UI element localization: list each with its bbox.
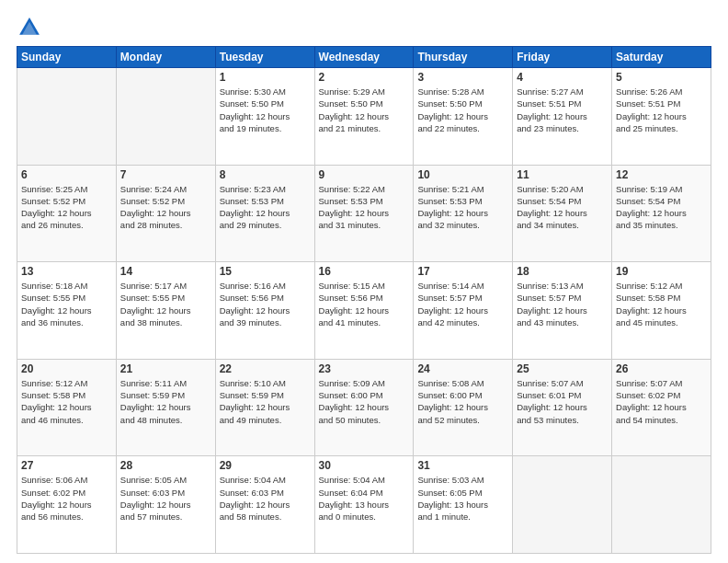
day-info: Sunrise: 5:16 AM Sunset: 5:56 PM Dayligh… <box>220 280 311 328</box>
calendar-cell: 15Sunrise: 5:16 AM Sunset: 5:56 PM Dayli… <box>215 262 314 360</box>
day-number: 25 <box>517 362 608 375</box>
day-number: 15 <box>220 265 311 278</box>
day-number: 14 <box>120 265 211 278</box>
day-info: Sunrise: 5:18 AM Sunset: 5:55 PM Dayligh… <box>21 280 112 328</box>
day-info: Sunrise: 5:04 AM Sunset: 6:03 PM Dayligh… <box>220 474 311 523</box>
calendar-cell: 13Sunrise: 5:18 AM Sunset: 5:55 PM Dayli… <box>17 262 117 360</box>
day-number: 22 <box>220 362 311 375</box>
calendar-cell: 10Sunrise: 5:21 AM Sunset: 5:53 PM Dayli… <box>414 165 513 262</box>
day-info: Sunrise: 5:26 AM Sunset: 5:51 PM Dayligh… <box>616 86 707 134</box>
weekday-header: Friday <box>513 47 612 68</box>
calendar-cell: 28Sunrise: 5:05 AM Sunset: 6:03 PM Dayli… <box>116 456 215 554</box>
calendar-cell: 31Sunrise: 5:03 AM Sunset: 6:05 PM Dayli… <box>414 456 513 554</box>
day-number: 16 <box>319 265 410 278</box>
weekday-header: Monday <box>116 47 215 68</box>
day-number: 10 <box>417 168 508 181</box>
day-info: Sunrise: 5:12 AM Sunset: 5:58 PM Dayligh… <box>21 377 112 426</box>
day-info: Sunrise: 5:10 AM Sunset: 5:59 PM Dayligh… <box>220 377 311 426</box>
calendar: SundayMondayTuesdayWednesdayThursdayFrid… <box>17 46 711 554</box>
calendar-cell: 17Sunrise: 5:14 AM Sunset: 5:57 PM Dayli… <box>414 262 513 360</box>
calendar-cell: 3Sunrise: 5:28 AM Sunset: 5:50 PM Daylig… <box>414 68 513 166</box>
day-info: Sunrise: 5:03 AM Sunset: 6:05 PM Dayligh… <box>417 474 508 523</box>
header <box>17 15 711 40</box>
page: SundayMondayTuesdayWednesdayThursdayFrid… <box>0 0 728 563</box>
calendar-cell: 18Sunrise: 5:13 AM Sunset: 5:57 PM Dayli… <box>513 262 612 360</box>
day-number: 20 <box>21 362 112 375</box>
day-info: Sunrise: 5:07 AM Sunset: 6:02 PM Dayligh… <box>616 377 707 426</box>
day-info: Sunrise: 5:14 AM Sunset: 5:57 PM Dayligh… <box>417 280 508 328</box>
day-info: Sunrise: 5:07 AM Sunset: 6:01 PM Dayligh… <box>517 377 608 426</box>
day-number: 17 <box>417 265 508 278</box>
weekday-header: Wednesday <box>314 47 414 68</box>
calendar-cell: 23Sunrise: 5:09 AM Sunset: 6:00 PM Dayli… <box>314 359 414 456</box>
calendar-cell: 1Sunrise: 5:30 AM Sunset: 5:50 PM Daylig… <box>215 68 314 166</box>
day-info: Sunrise: 5:21 AM Sunset: 5:53 PM Dayligh… <box>417 183 508 232</box>
calendar-cell: 20Sunrise: 5:12 AM Sunset: 5:58 PM Dayli… <box>17 359 117 456</box>
calendar-cell <box>513 456 612 554</box>
weekday-header: Sunday <box>17 47 117 68</box>
calendar-cell: 19Sunrise: 5:12 AM Sunset: 5:58 PM Dayli… <box>612 262 711 360</box>
day-info: Sunrise: 5:08 AM Sunset: 6:00 PM Dayligh… <box>417 377 508 426</box>
calendar-cell: 7Sunrise: 5:24 AM Sunset: 5:52 PM Daylig… <box>116 165 215 262</box>
weekday-header: Saturday <box>612 47 711 68</box>
day-number: 26 <box>616 362 707 375</box>
day-number: 23 <box>319 362 410 375</box>
day-number: 27 <box>21 459 112 472</box>
day-number: 7 <box>120 168 211 181</box>
calendar-cell: 21Sunrise: 5:11 AM Sunset: 5:59 PM Dayli… <box>116 359 215 456</box>
day-number: 4 <box>517 71 608 84</box>
calendar-cell: 6Sunrise: 5:25 AM Sunset: 5:52 PM Daylig… <box>17 165 117 262</box>
day-info: Sunrise: 5:15 AM Sunset: 5:56 PM Dayligh… <box>319 280 410 328</box>
day-number: 6 <box>21 168 112 181</box>
day-info: Sunrise: 5:24 AM Sunset: 5:52 PM Dayligh… <box>120 183 211 232</box>
day-number: 8 <box>220 168 311 181</box>
day-number: 18 <box>517 265 608 278</box>
calendar-cell: 12Sunrise: 5:19 AM Sunset: 5:54 PM Dayli… <box>612 165 711 262</box>
day-number: 30 <box>319 459 410 472</box>
calendar-cell: 4Sunrise: 5:27 AM Sunset: 5:51 PM Daylig… <box>513 68 612 166</box>
calendar-cell: 9Sunrise: 5:22 AM Sunset: 5:53 PM Daylig… <box>314 165 414 262</box>
calendar-body: 1Sunrise: 5:30 AM Sunset: 5:50 PM Daylig… <box>17 68 711 554</box>
weekday-header: Thursday <box>414 47 513 68</box>
day-info: Sunrise: 5:22 AM Sunset: 5:53 PM Dayligh… <box>319 183 410 232</box>
day-number: 3 <box>417 71 508 84</box>
day-info: Sunrise: 5:30 AM Sunset: 5:50 PM Dayligh… <box>220 86 311 134</box>
day-info: Sunrise: 5:09 AM Sunset: 6:00 PM Dayligh… <box>319 377 410 426</box>
day-info: Sunrise: 5:29 AM Sunset: 5:50 PM Dayligh… <box>319 86 410 134</box>
day-info: Sunrise: 5:11 AM Sunset: 5:59 PM Dayligh… <box>120 377 211 426</box>
logo <box>17 15 46 40</box>
day-number: 29 <box>220 459 311 472</box>
day-number: 19 <box>616 265 707 278</box>
day-number: 31 <box>417 459 508 472</box>
calendar-week-row: 27Sunrise: 5:06 AM Sunset: 6:02 PM Dayli… <box>17 456 711 554</box>
day-number: 13 <box>21 265 112 278</box>
day-info: Sunrise: 5:12 AM Sunset: 5:58 PM Dayligh… <box>616 280 707 328</box>
calendar-cell <box>116 68 215 166</box>
day-info: Sunrise: 5:20 AM Sunset: 5:54 PM Dayligh… <box>517 183 608 232</box>
calendar-cell: 24Sunrise: 5:08 AM Sunset: 6:00 PM Dayli… <box>414 359 513 456</box>
day-info: Sunrise: 5:28 AM Sunset: 5:50 PM Dayligh… <box>417 86 508 134</box>
weekday-row: SundayMondayTuesdayWednesdayThursdayFrid… <box>17 47 711 68</box>
day-number: 24 <box>417 362 508 375</box>
calendar-week-row: 6Sunrise: 5:25 AM Sunset: 5:52 PM Daylig… <box>17 165 711 262</box>
day-info: Sunrise: 5:25 AM Sunset: 5:52 PM Dayligh… <box>21 183 112 232</box>
day-info: Sunrise: 5:06 AM Sunset: 6:02 PM Dayligh… <box>21 474 112 523</box>
day-number: 9 <box>319 168 410 181</box>
day-info: Sunrise: 5:05 AM Sunset: 6:03 PM Dayligh… <box>120 474 211 523</box>
calendar-cell: 27Sunrise: 5:06 AM Sunset: 6:02 PM Dayli… <box>17 456 117 554</box>
day-number: 21 <box>120 362 211 375</box>
day-info: Sunrise: 5:19 AM Sunset: 5:54 PM Dayligh… <box>616 183 707 232</box>
calendar-cell: 8Sunrise: 5:23 AM Sunset: 5:53 PM Daylig… <box>215 165 314 262</box>
day-number: 28 <box>120 459 211 472</box>
calendar-cell: 26Sunrise: 5:07 AM Sunset: 6:02 PM Dayli… <box>612 359 711 456</box>
calendar-cell: 25Sunrise: 5:07 AM Sunset: 6:01 PM Dayli… <box>513 359 612 456</box>
weekday-header: Tuesday <box>215 47 314 68</box>
calendar-cell: 29Sunrise: 5:04 AM Sunset: 6:03 PM Dayli… <box>215 456 314 554</box>
calendar-cell: 16Sunrise: 5:15 AM Sunset: 5:56 PM Dayli… <box>314 262 414 360</box>
calendar-cell: 2Sunrise: 5:29 AM Sunset: 5:50 PM Daylig… <box>314 68 414 166</box>
calendar-cell: 14Sunrise: 5:17 AM Sunset: 5:55 PM Dayli… <box>116 262 215 360</box>
calendar-week-row: 1Sunrise: 5:30 AM Sunset: 5:50 PM Daylig… <box>17 68 711 166</box>
day-info: Sunrise: 5:13 AM Sunset: 5:57 PM Dayligh… <box>517 280 608 328</box>
calendar-cell: 22Sunrise: 5:10 AM Sunset: 5:59 PM Dayli… <box>215 359 314 456</box>
day-info: Sunrise: 5:27 AM Sunset: 5:51 PM Dayligh… <box>517 86 608 134</box>
